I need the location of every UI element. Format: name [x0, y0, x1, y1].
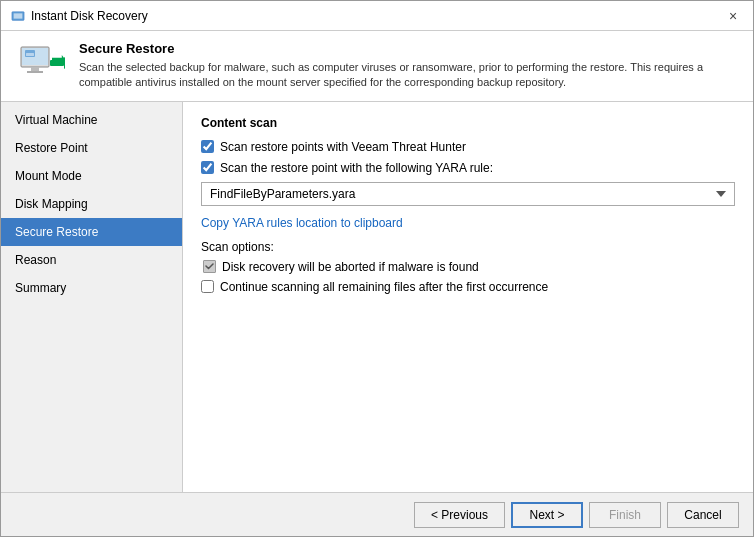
cancel-button[interactable]: Cancel: [667, 502, 739, 528]
finish-button[interactable]: Finish: [589, 502, 661, 528]
checkbox-row-2: Scan the restore point with the followin…: [201, 161, 735, 175]
scan-option-2-row: Continue scanning all remaining files af…: [201, 280, 735, 294]
svg-marker-8: [64, 57, 65, 69]
svg-rect-1: [14, 13, 23, 18]
secure-restore-icon: [17, 41, 65, 89]
main-content: Virtual Machine Restore Point Mount Mode…: [1, 102, 753, 492]
svg-rect-7: [50, 60, 64, 66]
scan-option-1-icon: [203, 260, 216, 273]
title-bar-left: Instant Disk Recovery: [11, 9, 148, 23]
header-text: Secure Restore Scan the selected backup …: [79, 41, 737, 91]
main-window: Instant Disk Recovery × Secure Restore: [0, 0, 754, 537]
header-description: Scan the selected backup for malware, su…: [79, 60, 737, 91]
checkbox-yara-rule-label[interactable]: Scan the restore point with the followin…: [220, 161, 493, 175]
sidebar-item-disk-mapping[interactable]: Disk Mapping: [1, 190, 182, 218]
sidebar-item-reason[interactable]: Reason: [1, 246, 182, 274]
scan-options-title: Scan options:: [201, 240, 735, 254]
footer: < Previous Next > Finish Cancel: [1, 492, 753, 536]
yara-dropdown-row: FindFileByParameters.yara: [201, 182, 735, 206]
scan-option-1-label: Disk recovery will be aborted if malware…: [222, 260, 479, 274]
svg-rect-4: [31, 67, 39, 71]
header-title: Secure Restore: [79, 41, 737, 56]
content-scan-title: Content scan: [201, 116, 735, 130]
content-area: Content scan Scan restore points with Ve…: [183, 102, 753, 492]
checkbox-threat-hunter[interactable]: [201, 140, 214, 153]
checkbox-threat-hunter-label[interactable]: Scan restore points with Veeam Threat Hu…: [220, 140, 466, 154]
close-button[interactable]: ×: [723, 6, 743, 26]
window-title: Instant Disk Recovery: [31, 9, 148, 23]
sidebar-item-virtual-machine[interactable]: Virtual Machine: [1, 106, 182, 134]
window-icon: [11, 9, 25, 23]
checkbox-row-1: Scan restore points with Veeam Threat Hu…: [201, 140, 735, 154]
sidebar-item-restore-point[interactable]: Restore Point: [1, 134, 182, 162]
scan-option-1-row: Disk recovery will be aborted if malware…: [201, 260, 735, 274]
sidebar-item-mount-mode[interactable]: Mount Mode: [1, 162, 182, 190]
checkbox-yara-rule[interactable]: [201, 161, 214, 174]
sidebar-item-summary[interactable]: Summary: [1, 274, 182, 302]
yara-dropdown[interactable]: FindFileByParameters.yara: [201, 182, 735, 206]
checkbox-continue-scanning[interactable]: [201, 280, 214, 293]
svg-rect-10: [26, 53, 34, 56]
sidebar-item-secure-restore[interactable]: Secure Restore: [1, 218, 182, 246]
previous-button[interactable]: < Previous: [414, 502, 505, 528]
title-bar: Instant Disk Recovery ×: [1, 1, 753, 31]
sidebar: Virtual Machine Restore Point Mount Mode…: [1, 102, 183, 492]
header-section: Secure Restore Scan the selected backup …: [1, 31, 753, 102]
svg-rect-5: [27, 71, 43, 73]
checkbox-continue-scanning-label[interactable]: Continue scanning all remaining files af…: [220, 280, 548, 294]
next-button[interactable]: Next >: [511, 502, 583, 528]
copy-yara-link[interactable]: Copy YARA rules location to clipboard: [201, 216, 403, 230]
